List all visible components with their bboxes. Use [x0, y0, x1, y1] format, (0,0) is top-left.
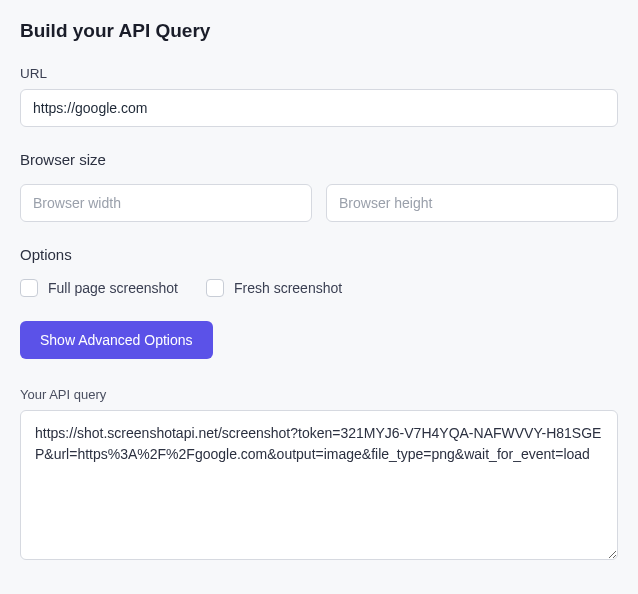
fresh-label: Fresh screenshot [234, 280, 342, 296]
query-section: Your API query [20, 387, 618, 564]
options-label: Options [20, 246, 618, 263]
page-title: Build your API Query [20, 20, 618, 42]
full-page-label: Full page screenshot [48, 280, 178, 296]
full-page-option[interactable]: Full page screenshot [20, 279, 178, 297]
api-query-textarea[interactable] [20, 410, 618, 560]
url-label: URL [20, 66, 618, 81]
show-advanced-button[interactable]: Show Advanced Options [20, 321, 213, 359]
fresh-option[interactable]: Fresh screenshot [206, 279, 342, 297]
fresh-checkbox[interactable] [206, 279, 224, 297]
browser-size-label: Browser size [20, 151, 618, 168]
url-field-group: URL [20, 66, 618, 127]
full-page-checkbox[interactable] [20, 279, 38, 297]
browser-height-input[interactable] [326, 184, 618, 222]
browser-width-input[interactable] [20, 184, 312, 222]
browser-size-group: Browser size [20, 151, 618, 222]
url-input[interactable] [20, 89, 618, 127]
options-group: Options Full page screenshot Fresh scree… [20, 246, 618, 359]
query-label: Your API query [20, 387, 618, 402]
